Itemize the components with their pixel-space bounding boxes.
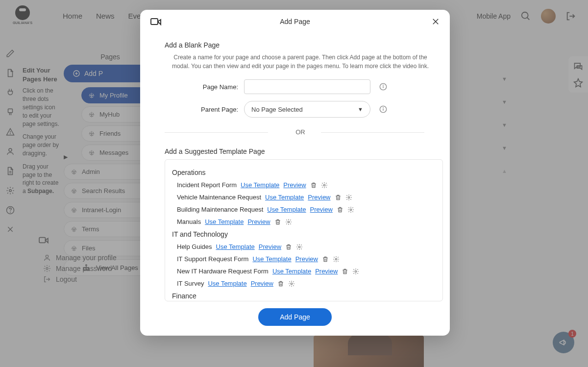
gear-icon[interactable] xyxy=(288,280,295,287)
add-page-submit-button[interactable]: Add Page xyxy=(258,308,332,326)
template-category: IT and Technology xyxy=(172,230,436,238)
svg-point-35 xyxy=(335,258,337,260)
trash-icon[interactable] xyxy=(342,268,348,275)
templates-list[interactable]: OperationsIncident Report FormUse Templa… xyxy=(165,160,442,301)
gear-icon[interactable] xyxy=(285,219,292,225)
template-name: Manuals xyxy=(177,218,201,225)
template-name: IT Support Request Form xyxy=(177,255,248,263)
add-page-modal: Add Page Add a Blank Page Create a name … xyxy=(140,10,450,336)
trash-icon[interactable] xyxy=(337,206,343,213)
trash-icon[interactable] xyxy=(322,256,329,263)
close-icon[interactable] xyxy=(431,17,440,26)
template-row: IT SurveyUse TemplatePreview xyxy=(172,280,436,287)
template-row: Help GuidesUse TemplatePreview xyxy=(172,243,436,250)
trash-icon[interactable] xyxy=(310,182,317,189)
use-template-link[interactable]: Use Template xyxy=(216,243,255,250)
info-icon[interactable] xyxy=(379,83,387,91)
template-name: Building Maintenance Request xyxy=(177,206,263,213)
svg-rect-21 xyxy=(151,19,158,24)
template-row: Building Maintenance RequestUse Template… xyxy=(172,206,436,213)
template-name: Incident Report Form xyxy=(177,181,237,189)
preview-link[interactable]: Preview xyxy=(310,206,333,213)
preview-link[interactable]: Preview xyxy=(259,243,281,250)
use-template-link[interactable]: Use Template xyxy=(265,194,304,201)
template-category: Operations xyxy=(172,169,436,176)
template-row: Vehicle Maintenance RequestUse TemplateP… xyxy=(172,194,436,201)
svg-point-33 xyxy=(288,221,290,223)
template-name: Vehicle Maintenance Request xyxy=(177,194,261,201)
chevron-down-icon: ▼ xyxy=(358,106,363,112)
parent-page-label: Parent Page: xyxy=(165,106,238,113)
suggested-template-title: Add a Suggested Template Page xyxy=(165,147,436,155)
gear-icon[interactable] xyxy=(345,194,352,201)
page-name-input[interactable] xyxy=(244,79,370,94)
gear-icon[interactable] xyxy=(321,182,328,189)
or-divider: OR xyxy=(165,128,436,136)
trash-icon[interactable] xyxy=(277,280,284,287)
preview-link[interactable]: Preview xyxy=(283,181,306,189)
preview-link[interactable]: Preview xyxy=(247,218,270,225)
page-name-label: Page Name: xyxy=(165,83,238,91)
gear-icon[interactable] xyxy=(352,268,359,275)
template-row: Incident Report FormUse TemplatePreview xyxy=(172,181,436,189)
svg-point-30 xyxy=(323,184,325,186)
svg-point-34 xyxy=(298,246,300,248)
gear-icon[interactable] xyxy=(296,244,303,250)
svg-point-36 xyxy=(355,270,357,272)
template-row: New IT Hardware Request FormUse Template… xyxy=(172,268,436,275)
svg-point-26 xyxy=(383,85,384,85)
gear-icon[interactable] xyxy=(333,256,340,263)
blank-page-title: Add a Blank Page xyxy=(165,41,436,49)
svg-point-31 xyxy=(348,196,350,198)
trash-icon[interactable] xyxy=(335,194,342,201)
info-icon[interactable] xyxy=(379,105,387,113)
svg-point-32 xyxy=(350,209,352,211)
modal-title: Add Page xyxy=(280,18,310,25)
template-name: New IT Hardware Request Form xyxy=(177,268,269,275)
template-row: IT Support Request FormUse TemplatePrevi… xyxy=(172,255,436,263)
preview-link[interactable]: Preview xyxy=(315,268,338,275)
svg-point-29 xyxy=(383,107,384,108)
use-template-link[interactable]: Use Template xyxy=(205,218,244,225)
template-row: ManualsUse TemplatePreview xyxy=(172,218,436,225)
parent-page-select[interactable]: No Page Selected ▼ xyxy=(244,101,370,118)
preview-link[interactable]: Preview xyxy=(295,255,318,263)
trash-icon[interactable] xyxy=(285,244,292,250)
trash-icon[interactable] xyxy=(274,219,281,225)
use-template-link[interactable]: Use Template xyxy=(252,255,291,263)
template-name: Help Guides xyxy=(177,243,212,250)
gear-icon[interactable] xyxy=(347,206,354,213)
use-template-link[interactable]: Use Template xyxy=(267,206,306,213)
use-template-link[interactable]: Use Template xyxy=(272,268,311,275)
svg-point-37 xyxy=(291,283,293,285)
use-template-link[interactable]: Use Template xyxy=(241,181,279,189)
preview-link[interactable]: Preview xyxy=(251,280,273,287)
template-category: Finance xyxy=(172,292,436,300)
template-name: IT Survey xyxy=(177,280,204,287)
help-text: Create a name for your page and choose a… xyxy=(165,53,436,71)
preview-link[interactable]: Preview xyxy=(308,194,330,201)
video-icon[interactable] xyxy=(150,17,162,26)
use-template-link[interactable]: Use Template xyxy=(208,280,246,287)
